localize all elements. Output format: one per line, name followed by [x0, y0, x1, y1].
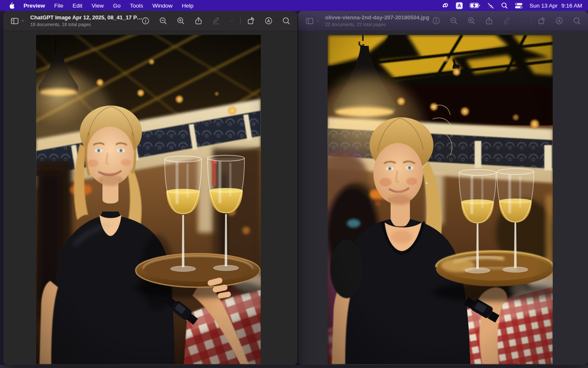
svg-text:A: A	[457, 3, 461, 8]
markup-button[interactable]	[212, 16, 220, 25]
sidebar-icon	[305, 16, 314, 26]
zoom-in-button[interactable]	[176, 16, 185, 25]
scribble-icon[interactable]	[442, 2, 449, 9]
zoom-out-button[interactable]	[449, 16, 458, 25]
chevron-down-icon	[315, 19, 320, 23]
share-button[interactable]	[194, 16, 203, 25]
search-button[interactable]	[282, 16, 291, 25]
window-title: ChatGPT Image Apr 12, 2025, 08_41_17 P…	[30, 14, 141, 21]
info-icon	[432, 16, 441, 25]
annotate-button[interactable]	[555, 16, 564, 25]
zoom-in-icon	[467, 16, 476, 25]
rotate-button[interactable]	[247, 16, 255, 25]
menubar-time[interactable]: 9:16 AM	[561, 3, 582, 9]
photo-right-waitress-wine	[328, 35, 553, 364]
markup-pencil-icon	[212, 16, 220, 25]
markup-pencil-icon	[502, 16, 511, 25]
preview-window-right: olivve-vienna-2nd-day-207-20180504.jpg 2…	[298, 11, 588, 365]
titlebar-left[interactable]: ChatGPT Image Apr 12, 2025, 08_41_17 P… …	[3, 11, 297, 31]
control-center-icon[interactable]	[514, 2, 523, 9]
rotate-icon	[537, 16, 546, 25]
menu-tools[interactable]: Tools	[125, 3, 148, 9]
menu-bar: Preview File Edit View Go Tools Window H…	[0, 0, 588, 11]
annotate-button[interactable]	[264, 16, 273, 25]
sidebar-toggle-button[interactable]	[305, 16, 320, 26]
menu-go[interactable]: Go	[108, 3, 125, 9]
menu-edit[interactable]: Edit	[68, 3, 87, 9]
apple-menu[interactable]	[4, 2, 19, 9]
chevron-down-icon	[520, 19, 525, 24]
preview-window-left: ChatGPT Image Apr 12, 2025, 08_41_17 P… …	[3, 11, 297, 365]
input-source-icon[interactable]: A	[456, 2, 463, 9]
chevron-down-icon	[21, 19, 25, 23]
markup-button[interactable]	[502, 16, 511, 25]
battery-charging-icon[interactable]	[470, 3, 480, 8]
chevron-down-icon	[229, 19, 234, 24]
apple-logo-icon	[8, 2, 15, 9]
menu-view[interactable]: View	[87, 3, 108, 9]
search-icon	[282, 16, 291, 25]
sidebar-toggle-button[interactable]	[10, 16, 25, 26]
share-button[interactable]	[485, 16, 494, 25]
share-icon	[194, 16, 203, 25]
search-icon	[572, 16, 581, 25]
desktop-bottom-strip	[0, 365, 588, 368]
window-title-block: ChatGPT Image Apr 12, 2025, 08_41_17 P… …	[30, 14, 141, 27]
rotate-button[interactable]	[537, 16, 546, 25]
zoom-out-icon	[159, 16, 168, 25]
wifi-off-icon[interactable]	[487, 3, 494, 9]
annotate-icon	[264, 16, 273, 25]
menubar-date[interactable]: Sun 13 Apr	[530, 3, 558, 9]
zoom-in-icon	[176, 16, 185, 25]
annotate-icon	[555, 16, 564, 25]
window-title-block: olivve-vienna-2nd-day-207-20180504.jpg 2…	[325, 14, 429, 27]
markup-menu-button[interactable]	[520, 19, 525, 24]
info-icon	[141, 16, 150, 25]
titlebar-right[interactable]: olivve-vienna-2nd-day-207-20180504.jpg 2…	[298, 11, 588, 31]
menu-window[interactable]: Window	[148, 3, 177, 9]
search-button[interactable]	[572, 16, 581, 25]
info-button[interactable]	[141, 16, 150, 25]
window-subtitle: 18 documents, 18 total pages	[30, 21, 141, 27]
menu-file[interactable]: File	[50, 3, 68, 9]
markup-menu-button[interactable]	[229, 19, 234, 24]
zoom-out-icon	[449, 16, 458, 25]
sidebar-icon	[10, 16, 19, 26]
window-subtitle: 22 documents, 22 total pages	[325, 21, 429, 27]
info-button[interactable]	[432, 16, 441, 25]
document-canvas-left	[3, 31, 297, 365]
toolbar-separator	[240, 18, 241, 24]
share-icon	[485, 16, 494, 25]
zoom-out-button[interactable]	[159, 16, 168, 25]
menu-preview[interactable]: Preview	[19, 3, 50, 9]
document-canvas-right	[298, 31, 588, 365]
rotate-icon	[247, 16, 255, 25]
toolbar-separator	[531, 18, 531, 24]
spotlight-icon[interactable]	[501, 2, 508, 9]
window-title: olivve-vienna-2nd-day-207-20180504.jpg	[325, 14, 429, 21]
zoom-in-button[interactable]	[467, 16, 476, 25]
menu-help[interactable]: Help	[177, 3, 198, 9]
photo-left-waitress-wine	[36, 35, 261, 364]
